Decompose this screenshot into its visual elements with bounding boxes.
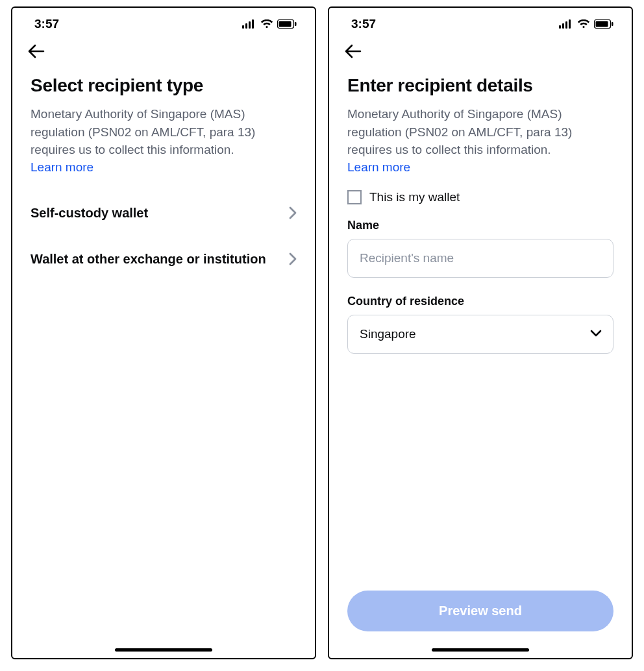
nav-bar bbox=[329, 35, 632, 66]
name-field-label: Name bbox=[347, 219, 613, 232]
svg-rect-7 bbox=[559, 25, 561, 29]
option-other-exchange[interactable]: Wallet at other exchange or institution bbox=[31, 236, 297, 282]
home-indicator[interactable] bbox=[432, 648, 529, 652]
svg-rect-1 bbox=[245, 23, 247, 29]
status-bar: 3:57 bbox=[329, 8, 632, 35]
my-wallet-checkbox[interactable]: This is my wallet bbox=[347, 190, 613, 204]
regulation-description: Monetary Authority of Singapore (MAS) re… bbox=[31, 105, 297, 159]
svg-rect-13 bbox=[612, 22, 613, 26]
svg-rect-9 bbox=[565, 21, 567, 29]
country-select[interactable]: Singapore bbox=[347, 315, 613, 354]
content-area: Select recipient type Monetary Authority… bbox=[12, 66, 315, 643]
arrow-left-icon bbox=[28, 44, 45, 58]
option-label: Self-custody wallet bbox=[31, 206, 148, 221]
chevron-right-icon bbox=[289, 206, 297, 219]
svg-rect-10 bbox=[569, 19, 571, 29]
learn-more-link[interactable]: Learn more bbox=[347, 160, 613, 175]
chevron-right-icon bbox=[289, 252, 297, 265]
home-indicator[interactable] bbox=[115, 648, 212, 652]
svg-rect-6 bbox=[295, 22, 297, 26]
screen-select-recipient-type: 3:57 Select recipient type Monetary Auth… bbox=[11, 6, 316, 659]
nav-bar bbox=[12, 35, 315, 66]
wifi-icon bbox=[260, 19, 273, 29]
svg-rect-0 bbox=[242, 25, 244, 29]
wifi-icon bbox=[577, 19, 590, 29]
regulation-description: Monetary Authority of Singapore (MAS) re… bbox=[347, 105, 613, 159]
status-bar: 3:57 bbox=[12, 8, 315, 35]
option-self-custody[interactable]: Self-custody wallet bbox=[31, 190, 297, 236]
option-label: Wallet at other exchange or institution bbox=[31, 252, 266, 267]
svg-rect-5 bbox=[279, 21, 291, 27]
battery-icon bbox=[277, 19, 297, 29]
svg-rect-3 bbox=[252, 19, 254, 29]
content-area: Enter recipient details Monetary Authori… bbox=[329, 66, 632, 591]
back-button[interactable] bbox=[343, 42, 363, 61]
checkbox-box-icon bbox=[347, 190, 362, 204]
arrow-left-icon bbox=[345, 44, 362, 58]
svg-rect-8 bbox=[562, 23, 564, 29]
checkbox-label: This is my wallet bbox=[369, 190, 460, 204]
battery-icon bbox=[594, 19, 613, 29]
country-field-label: Country of residence bbox=[347, 295, 613, 308]
footer: Preview send bbox=[329, 591, 632, 643]
country-select-value: Singapore bbox=[360, 327, 416, 341]
screen-enter-recipient-details: 3:57 Enter recipient details Monetary Au… bbox=[328, 6, 633, 659]
learn-more-link[interactable]: Learn more bbox=[31, 160, 297, 175]
status-time: 3:57 bbox=[351, 17, 376, 31]
page-title: Select recipient type bbox=[31, 75, 297, 96]
status-icons bbox=[242, 19, 297, 29]
svg-rect-2 bbox=[249, 21, 251, 29]
page-title: Enter recipient details bbox=[347, 75, 613, 96]
signal-icon bbox=[242, 19, 256, 29]
preview-send-button[interactable]: Preview send bbox=[347, 591, 613, 631]
recipient-name-input[interactable] bbox=[347, 239, 613, 278]
back-button[interactable] bbox=[27, 42, 46, 61]
signal-icon bbox=[559, 19, 573, 29]
status-time: 3:57 bbox=[34, 17, 59, 31]
svg-rect-12 bbox=[596, 21, 608, 27]
status-icons bbox=[559, 19, 613, 29]
